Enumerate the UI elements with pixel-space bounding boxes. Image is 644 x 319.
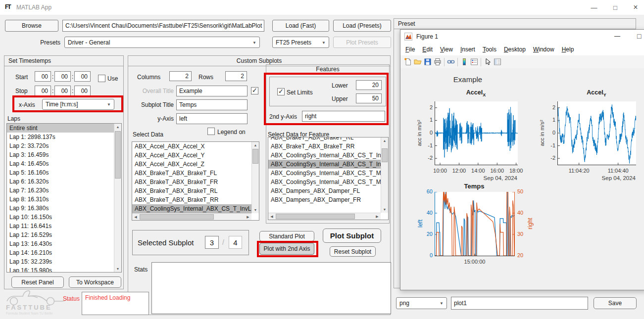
feature-hscrollbar[interactable]: ◀ ▶ xyxy=(268,213,381,220)
menu-help[interactable]: Help xyxy=(562,46,574,53)
export-format-dropdown[interactable]: png ▼ xyxy=(396,297,447,309)
list-item[interactable]: Lap 10: 16.150s xyxy=(7,213,114,222)
use-checkbox[interactable] xyxy=(98,75,105,82)
scroll-left-icon[interactable]: ◀ xyxy=(133,214,139,220)
save-button[interactable]: Save xyxy=(594,297,637,309)
scroll-right-icon[interactable]: ▶ xyxy=(245,214,251,220)
minimize-icon[interactable]: — xyxy=(584,0,604,15)
list-item[interactable]: Lap 13: 16.430s xyxy=(7,239,114,248)
edit-plot-cursor-icon[interactable] xyxy=(483,57,493,66)
insert-legend-icon[interactable] xyxy=(469,57,479,66)
colorbar-icon[interactable] xyxy=(459,57,469,66)
scrollbar-thumb[interactable] xyxy=(382,148,388,162)
list-item[interactable]: ABX_CoolingSys_Internal_ABX_CS_T_M xyxy=(268,178,381,186)
property-inspector-icon[interactable] xyxy=(493,57,502,66)
upper-field[interactable]: 50 xyxy=(356,93,382,103)
scroll-up-icon[interactable]: ▲ xyxy=(381,139,388,142)
filename-field[interactable]: plot1 xyxy=(451,297,588,310)
menu-insert[interactable]: Insert xyxy=(460,46,475,53)
laps-scrollbar[interactable]: ▲ ▼ xyxy=(114,124,121,272)
new-file-icon[interactable] xyxy=(403,57,413,66)
figure-minimize-icon[interactable]: — xyxy=(614,33,620,40)
list-item[interactable]: ABX_CoolingSys_Internal_ABX_CS_T_Inv xyxy=(268,160,381,169)
list-item[interactable]: ABX_Accel_ABX_Accel_Y xyxy=(132,151,251,160)
start-second-field[interactable]: 00 xyxy=(74,71,91,82)
list-item[interactable]: Lap 3: 16.459s xyxy=(7,150,114,159)
list-item[interactable]: ABX_BrakeT_ABX_BrakeT_FR xyxy=(132,178,251,186)
list-item[interactable]: Lap 8: 16.310s xyxy=(7,195,114,204)
plot-subplot-button[interactable]: Plot Subplot xyxy=(323,228,381,243)
menu-view[interactable]: View xyxy=(440,46,453,53)
list-item[interactable]: Entire stint xyxy=(7,124,114,133)
list-item[interactable]: ABX_Accel_ABX_Accel_Z xyxy=(132,160,251,169)
scrollbar-thumb[interactable] xyxy=(115,131,121,179)
list-item[interactable]: Lap 7: 16.230s xyxy=(7,186,114,195)
list-item[interactable]: ABX_BrakeT_ABX_BrakeT_RL xyxy=(132,186,251,195)
list-item[interactable]: Lap 6: 16.320s xyxy=(7,177,114,186)
list-item[interactable]: Lap 16: 15.980s xyxy=(7,266,114,272)
list-item[interactable]: Lap 4: 16.450s xyxy=(7,159,114,168)
select-data-listbox[interactable]: ABX_Accel_ABX_Accel_XABX_Accel_ABX_Accel… xyxy=(132,141,259,221)
scroll-up-icon[interactable]: ▲ xyxy=(252,143,259,147)
accel-x-plot[interactable]: 210-1-210:0012:0014:0016:0018:00 xyxy=(435,101,518,165)
plot-presets-button[interactable]: Plot Presets xyxy=(333,37,391,48)
list-item[interactable]: ABX_Dampers_ABX_Damper_FL xyxy=(268,186,381,195)
list-item[interactable]: ABX_BrakeT_ABX_BrakeT_RR xyxy=(268,142,381,151)
scrollbar-thumb[interactable] xyxy=(276,214,355,219)
list-item[interactable]: Lap 11: 16.641s xyxy=(7,222,114,230)
second-y-axis-field[interactable]: right xyxy=(302,111,385,122)
list-item[interactable]: ABX_Dampers_ABX_Damper_FR xyxy=(268,195,381,204)
save-icon[interactable] xyxy=(423,57,433,66)
accel-y-plot[interactable]: 210-1-211:04:2011:04:40 xyxy=(557,101,636,165)
scrollbar-thumb[interactable] xyxy=(252,149,258,164)
list-item[interactable]: ABX_Accel_ABX_Accel_X xyxy=(132,142,251,151)
feature-vscrollbar[interactable]: ▲ ▼ xyxy=(381,137,388,213)
menu-edit[interactable]: Edit xyxy=(422,46,433,53)
link-plot-icon[interactable] xyxy=(446,57,456,66)
menu-desktop[interactable]: Desktop xyxy=(504,46,526,53)
scroll-down-icon[interactable]: ▼ xyxy=(114,267,121,271)
stop-minute-field[interactable]: 00 xyxy=(54,86,71,96)
stats-textarea[interactable] xyxy=(151,262,391,314)
path-field[interactable]: C:\Users\Vincent Chau\Documents\Fasttube… xyxy=(62,20,264,32)
scrollbar-thumb[interactable] xyxy=(140,214,214,220)
maximize-icon[interactable]: □ xyxy=(605,0,625,15)
columns-field[interactable]: 2 xyxy=(169,71,192,81)
list-item[interactable]: ABX_CoolingSys_Internal_ABX_CS_T_M xyxy=(268,169,381,178)
temps-plot[interactable]: 60402005040302015:00:00 xyxy=(435,192,515,256)
legend-on-checkbox[interactable] xyxy=(207,128,215,135)
start-minute-field[interactable]: 00 xyxy=(54,71,71,82)
browse-button[interactable]: Browse xyxy=(5,20,58,32)
load-fast-button[interactable]: Load (Fast) xyxy=(272,20,329,32)
list-item[interactable]: Lap 9: 16.380s xyxy=(7,204,114,213)
scroll-down-icon[interactable]: ▼ xyxy=(381,208,388,211)
select-data-vscrollbar[interactable]: ▲ ▼ xyxy=(251,142,259,213)
set-limits-checkbox[interactable] xyxy=(277,88,285,95)
ft25-presets-dropdown[interactable]: FT25 Presets ▼ xyxy=(272,37,329,48)
subplot-title-field[interactable]: Temps xyxy=(176,99,248,110)
scroll-up-icon[interactable]: ▲ xyxy=(114,125,121,129)
menu-window[interactable]: Window xyxy=(533,46,554,53)
presets-dropdown[interactable]: Driver - General ▼ xyxy=(64,37,260,48)
list-item[interactable]: ABX_BrakeT_ABX_BrakeT_RR xyxy=(132,195,251,204)
list-item[interactable]: Lap 1: 2898.137s xyxy=(7,133,114,141)
menu-tools[interactable]: Tools xyxy=(483,46,496,53)
figure-maximize-icon[interactable]: □ xyxy=(637,32,641,40)
lower-field[interactable]: 20 xyxy=(356,80,382,90)
scroll-down-icon[interactable]: ▼ xyxy=(252,208,259,212)
standard-plot-button[interactable]: Standard Plot xyxy=(259,231,314,241)
x-axis-dropdown[interactable]: Time [h:m:s] ▼ xyxy=(42,99,114,110)
list-item[interactable]: Lap 15: 32.239s xyxy=(7,257,114,266)
list-item[interactable]: ABX_CoolingSys_Internal_ABX_CS_T_InvL xyxy=(132,204,251,213)
reset-panel-button[interactable]: Reset Panel xyxy=(11,276,64,288)
close-icon[interactable]: × xyxy=(626,0,644,15)
stop-hour-field[interactable]: 00 xyxy=(35,86,51,96)
menu-file[interactable]: File xyxy=(405,46,415,53)
start-hour-field[interactable]: 00 xyxy=(35,71,51,82)
list-item[interactable]: Lap 12: 16.529s xyxy=(7,230,114,239)
list-item[interactable]: ABX_BrakeT_ABX_BrakeT_RL xyxy=(268,137,381,142)
stop-second-field[interactable]: 00 xyxy=(74,86,91,96)
open-folder-icon[interactable] xyxy=(413,57,423,66)
list-item[interactable]: Lap 2: 33.720s xyxy=(7,141,114,150)
list-item[interactable]: ABX_CoolingSys_Internal_ABX_CS_T_Inv xyxy=(268,151,381,160)
